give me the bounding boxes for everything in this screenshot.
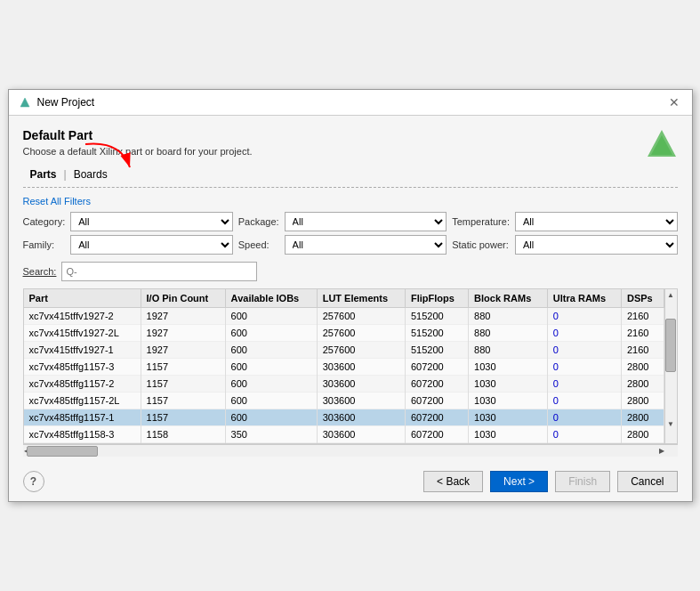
horizontal-scrollbar[interactable]: ◀ ▶ [23, 444, 678, 457]
speed-label: Speed: [238, 239, 279, 250]
cell-part: xc7vx485tffg1157-2L [24, 393, 141, 409]
back-button[interactable]: < Back [423, 471, 483, 492]
tabs-row: Parts | Boards [23, 166, 678, 188]
scroll-down-arrow[interactable]: ▼ [665, 418, 676, 430]
temperature-select[interactable]: All [515, 212, 678, 231]
table-container: Part I/O Pin Count Available IOBs LUT El… [23, 288, 678, 444]
cell-dsps: 2800 [621, 409, 664, 426]
cell-dsps: 2160 [621, 308, 664, 325]
cell-ultra-rams: 0 [547, 426, 621, 443]
temperature-label: Temperature: [452, 216, 510, 227]
tabs-container: Parts | Boards [23, 166, 678, 188]
cell-i/o-pin-count: 1927 [141, 308, 225, 325]
table-row[interactable]: xc7vx415tffv1927-11927600257600515200880… [24, 342, 677, 359]
table-row[interactable]: xc7vx485tffg1157-21157600303600607200103… [24, 376, 677, 393]
table-row[interactable]: xc7vx415tffv1927-2L192760025760051520088… [24, 325, 677, 342]
cell-block-rams: 1030 [469, 393, 548, 409]
cell-block-rams: 1030 [469, 376, 548, 393]
finish-button: Finish [555, 471, 610, 492]
search-row: Search: [23, 262, 678, 281]
cell-i/o-pin-count: 1157 [141, 359, 225, 376]
footer-buttons: < Back Next > Finish Cancel [423, 471, 677, 492]
cell-part: xc7vx415tffv1927-2 [24, 308, 141, 325]
cell-ultra-rams: 0 [547, 325, 621, 342]
table-header-row: Part I/O Pin Count Available IOBs LUT El… [24, 289, 677, 308]
cell-flipflops: 607200 [405, 426, 468, 443]
cell-part: xc7vx485tffg1158-3 [24, 426, 141, 443]
cell-part: xc7vx415tffv1927-1 [24, 342, 141, 359]
cell-available-iobs: 600 [225, 393, 317, 409]
cell-part: xc7vx485tffg1157-2 [24, 376, 141, 393]
dialog: New Project ✕ Default Part Choose a defa… [8, 89, 693, 502]
table-body: xc7vx415tffv1927-21927600257600515200880… [24, 308, 677, 443]
cell-dsps: 2800 [621, 359, 664, 376]
cell-block-rams: 1030 [469, 359, 548, 376]
cell-ultra-rams: 0 [547, 308, 621, 325]
cell-block-rams: 880 [469, 325, 548, 342]
cell-i/o-pin-count: 1927 [141, 342, 225, 359]
app-icon [18, 95, 32, 109]
cell-dsps: 2800 [621, 393, 664, 409]
col-block-rams: Block RAMs [469, 289, 548, 308]
hscroll-thumb[interactable] [27, 446, 98, 457]
close-button[interactable]: ✕ [665, 95, 683, 109]
header-row: Default Part Choose a default Xilinx par… [23, 128, 678, 160]
cell-dsps: 2800 [621, 376, 664, 393]
cell-lut-elements: 303600 [317, 359, 405, 376]
col-part: Part [24, 289, 141, 308]
help-button[interactable]: ? [23, 471, 44, 492]
speed-select[interactable]: All [285, 235, 447, 255]
search-input[interactable] [61, 262, 257, 281]
cell-available-iobs: 600 [225, 342, 317, 359]
tab-boards[interactable]: Boards [67, 166, 115, 183]
cell-ultra-rams: 0 [547, 409, 621, 426]
cell-i/o-pin-count: 1157 [141, 393, 225, 409]
cell-dsps: 2800 [621, 426, 664, 443]
reset-filters-link[interactable]: Reset All Filters [23, 196, 91, 206]
table-row[interactable]: xc7vx485tffg1157-11157600303600607200103… [24, 409, 677, 426]
category-select[interactable]: All [70, 212, 233, 231]
title-bar-text: New Project [37, 96, 95, 109]
cell-lut-elements: 257600 [317, 342, 405, 359]
cell-available-iobs: 600 [225, 308, 317, 325]
footer: ? < Back Next > Finish Cancel [9, 464, 692, 501]
cell-lut-elements: 303600 [317, 393, 405, 409]
table-row[interactable]: xc7vx415tffv1927-21927600257600515200880… [24, 308, 677, 325]
package-label: Package: [238, 216, 279, 227]
section-title: Default Part [23, 128, 253, 142]
table-row[interactable]: xc7vx485tffg1158-31158350303600607200103… [24, 426, 677, 443]
cell-lut-elements: 303600 [317, 376, 405, 393]
static-power-select[interactable]: All [515, 235, 678, 255]
scrollbar-thumb[interactable] [665, 319, 676, 372]
cell-i/o-pin-count: 1158 [141, 426, 225, 443]
vertical-scrollbar[interactable]: ▲ ▼ [664, 289, 677, 443]
filter-grid: Category: All Package: All Temperature: … [23, 212, 678, 255]
static-power-label: Static power: [452, 239, 510, 250]
package-select[interactable]: All [285, 212, 447, 231]
table-row[interactable]: xc7vx485tffg1157-2L115760030360060720010… [24, 393, 677, 409]
table-row[interactable]: xc7vx485tffg1157-31157600303600607200103… [24, 359, 677, 376]
svg-marker-0 [20, 98, 29, 107]
hscroll-right-arrow[interactable]: ▶ [659, 447, 664, 455]
cell-flipflops: 515200 [405, 325, 468, 342]
cell-flipflops: 607200 [405, 409, 468, 426]
cell-block-rams: 880 [469, 308, 548, 325]
cell-flipflops: 607200 [405, 376, 468, 393]
next-button[interactable]: Next > [490, 471, 548, 492]
cell-lut-elements: 303600 [317, 426, 405, 443]
cancel-button[interactable]: Cancel [617, 471, 677, 492]
cell-part: xc7vx415tffv1927-2L [24, 325, 141, 342]
cell-available-iobs: 600 [225, 325, 317, 342]
tab-parts[interactable]: Parts [23, 166, 64, 183]
filters-section: Reset All Filters Category: All Package:… [23, 195, 678, 255]
cell-available-iobs: 350 [225, 426, 317, 443]
header-text: Default Part Choose a default Xilinx par… [23, 128, 253, 157]
category-label: Category: [23, 216, 66, 227]
parts-table: Part I/O Pin Count Available IOBs LUT El… [24, 289, 677, 443]
family-select[interactable]: All [70, 235, 233, 255]
cell-available-iobs: 600 [225, 409, 317, 426]
family-label: Family: [23, 239, 66, 250]
cell-ultra-rams: 0 [547, 359, 621, 376]
scroll-up-arrow[interactable]: ▲ [665, 289, 676, 301]
cell-available-iobs: 600 [225, 359, 317, 376]
